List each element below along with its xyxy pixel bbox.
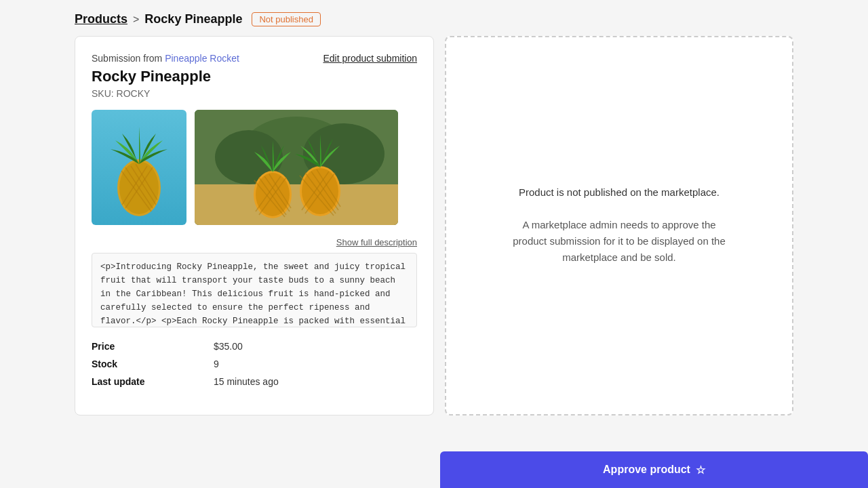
price-value: $35.00 [214, 341, 243, 352]
approve-button-text: Approve product [603, 464, 690, 476]
product-title: Rocky Pineapple [92, 68, 417, 85]
product-sku: SKU: ROCKY [92, 88, 417, 99]
price-row: Price $35.00 [92, 341, 417, 352]
marketplace-status-panel: Product is not published on the marketpl… [445, 36, 793, 415]
last-update-value: 15 minutes ago [214, 376, 279, 387]
show-full-description-link[interactable]: Show full description [92, 237, 417, 247]
price-label: Price [92, 341, 214, 352]
last-update-label: Last update [92, 376, 214, 387]
stock-value: 9 [214, 359, 219, 369]
breadcrumb-current-product: Rocky Pineapple [144, 12, 242, 26]
submission-from: Submission from Pineapple Rocket [92, 53, 239, 64]
breadcrumb-separator: > [133, 14, 139, 26]
product-images [92, 110, 417, 225]
main-content: Submission from Pineapple Rocket Edit pr… [0, 36, 868, 415]
stock-row: Stock 9 [92, 359, 417, 369]
product-description: <p>Introducing Rocky Pineapple, the swee… [92, 253, 417, 327]
product-image-2 [195, 110, 398, 225]
not-published-message: Product is not published on the marketpl… [519, 186, 719, 198]
edit-product-link[interactable]: Edit product submition [323, 53, 417, 64]
product-image-1 [92, 110, 186, 225]
breadcrumb: Products > Rocky Pineapple Not published [0, 0, 868, 36]
submission-from-prefix: Submission from [92, 53, 162, 64]
products-link[interactable]: Products [75, 12, 127, 26]
last-update-row: Last update 15 minutes ago [92, 376, 417, 387]
approve-product-bar[interactable]: Approve product ☆ [440, 451, 868, 488]
stock-label: Stock [92, 359, 214, 369]
product-detail-panel: Submission from Pineapple Rocket Edit pr… [75, 36, 434, 415]
submission-header: Submission from Pineapple Rocket Edit pr… [92, 53, 417, 64]
svg-rect-9 [195, 184, 398, 225]
star-icon: ☆ [696, 464, 705, 476]
published-status-badge: Not published [252, 12, 321, 26]
submitter-link[interactable]: Pineapple Rocket [165, 53, 239, 64]
approve-product-label: Approve product ☆ [603, 464, 705, 476]
approval-needed-message: A marketplace admin needs to approve the… [511, 217, 728, 266]
product-details: Price $35.00 Stock 9 Last update 15 minu… [92, 341, 417, 387]
